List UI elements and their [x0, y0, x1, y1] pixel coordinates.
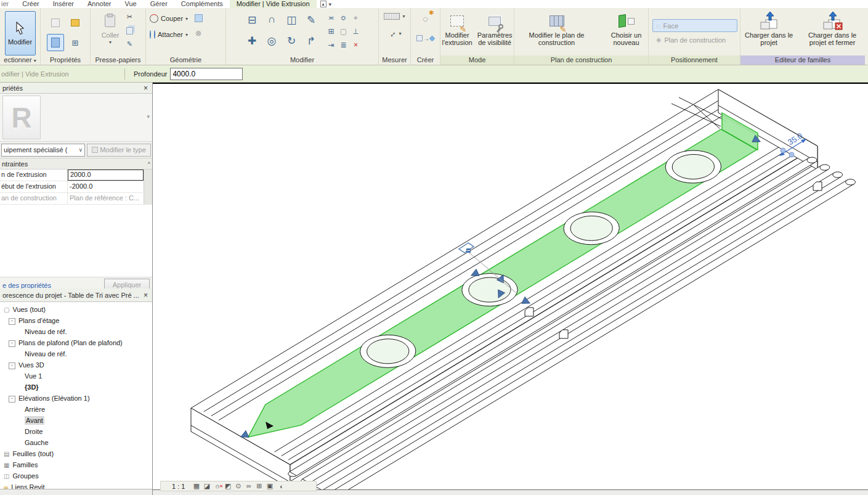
tree-expander-icon[interactable]: - — [9, 340, 15, 347]
tree-item[interactable]: Vue 1 — [0, 370, 152, 382]
project-browser-close-icon[interactable]: × — [142, 292, 150, 299]
tree-item[interactable]: -Plans d'étage — [0, 315, 152, 326]
tree-item[interactable]: Niveau de réf. — [0, 326, 152, 337]
tree-item-label[interactable]: Feuilles (tout) — [12, 450, 54, 457]
modifier-extrusion-button[interactable]: ✎ Modifier l'extrusion — [440, 10, 473, 55]
panel-label-plan-construction[interactable]: Plan de construction — [514, 55, 648, 65]
panel-label-geometrie[interactable]: Géométrie — [146, 55, 225, 65]
measure-ruler-button[interactable]: ▾ — [384, 10, 405, 22]
properties-close-icon[interactable]: × — [142, 84, 150, 92]
pin-icon[interactable]: ⊥ — [350, 25, 362, 38]
panel-label-positionnement[interactable]: Positionnement — [649, 55, 740, 65]
attacher-button[interactable]: Attacher ▾ — [150, 28, 188, 41]
dimension-grip[interactable] — [789, 152, 794, 157]
array-icon[interactable]: ⊞ — [325, 25, 337, 38]
section-collapse-icon[interactable]: ^ — [148, 161, 150, 167]
scroll-left-arrow[interactable]: ‹ — [280, 483, 282, 490]
tree-item[interactable]: -Plans de plafond (Plan de plafond) — [0, 337, 152, 348]
properties-palette-header[interactable]: priétés × — [0, 83, 152, 94]
mirror-axis-icon[interactable]: ≍ — [325, 11, 337, 24]
sun-path-icon[interactable]: ☼× — [212, 482, 222, 490]
trim-corner-icon[interactable]: ⇥ — [325, 38, 337, 51]
decal-box-icon[interactable] — [192, 12, 205, 24]
tree-item-label[interactable]: Gauche — [25, 439, 49, 446]
tree-item-label[interactable]: Elévations (Elévation 1) — [18, 395, 90, 402]
tab-modifier-vide-extrusion[interactable]: Modifier | Vide Extrusion — [230, 0, 317, 8]
tab-annoter[interactable]: Annoter — [81, 0, 118, 8]
lock-3d-view-icon[interactable]: ⊙ — [233, 482, 243, 490]
panel-label-creer[interactable]: Créer — [411, 55, 440, 65]
tree-item-label[interactable]: Avant — [25, 416, 44, 425]
tree-item-label[interactable]: Niveau de réf. — [25, 328, 67, 335]
panel-label-modifier[interactable]: Modifier — [226, 55, 378, 65]
copy-to-clipboard-icon[interactable] — [123, 25, 136, 36]
family-folder-icon[interactable] — [67, 14, 84, 31]
scale-control[interactable]: 1 : 1 — [172, 483, 185, 490]
property-value-input[interactable]: 2000.0 — [68, 170, 144, 181]
tree-item[interactable]: ▦Familles — [0, 459, 152, 470]
multi-trim-icon[interactable]: ≣ — [338, 38, 349, 51]
property-row-button[interactable] — [144, 193, 152, 204]
properties-help-link[interactable]: e des propriétés — [2, 282, 51, 289]
copy-icon[interactable]: ◎ — [262, 31, 281, 51]
tab-creer[interactable]: Créer — [15, 0, 46, 8]
project-browser-header[interactable]: orescence du projet - Table de Tri avec … — [0, 288, 152, 302]
tree-item-label[interactable]: Vue 1 — [25, 372, 42, 380]
charger-et-fermer-button[interactable]: Charger dans le projet et fermer — [801, 10, 864, 55]
tab-inserer[interactable]: Insérer — [46, 0, 81, 8]
tree-item[interactable]: ∞Liens Revit — [0, 481, 152, 489]
unjoin-icon[interactable]: ⊗ — [192, 27, 205, 39]
tree-item[interactable]: ◫Groupes — [0, 470, 152, 481]
rotate-icon[interactable]: ↻ — [282, 31, 301, 51]
drawing-area[interactable]: 35.0 1 : 1 ▦◪☼×◩⊙∞⊞▣ ‹ — [153, 83, 868, 495]
split-element-icon[interactable]: ✎ — [302, 10, 320, 30]
tree-item[interactable]: -Vues 3D — [0, 359, 152, 370]
property-row-button[interactable] — [144, 181, 152, 192]
family-types-icon[interactable] — [47, 14, 64, 31]
create-group-icon[interactable]: ◌✱ — [416, 10, 436, 27]
tree-item-label[interactable]: Plans de plafond (Plan de plafond) — [18, 339, 123, 346]
mirror-pick-icon[interactable]: ≎ — [338, 11, 349, 24]
tree-item[interactable]: -Elévations (Elévation 1) — [0, 393, 152, 404]
trim-extend-icon[interactable]: ◫ — [282, 10, 301, 30]
tree-item[interactable]: Avant — [0, 415, 152, 426]
crop-region-icon[interactable]: ⊞ — [254, 482, 264, 490]
match-properties-icon[interactable]: ✎ — [123, 38, 136, 50]
measure-between-refs-button[interactable]: ↔▾ — [387, 27, 401, 39]
property-value-input[interactable]: -2000.0 — [68, 181, 144, 192]
panel-label-proprietes[interactable]: Propriétés — [41, 55, 90, 65]
family-category-icon[interactable]: ⊞ — [67, 34, 84, 51]
tree-item-label[interactable]: Plans d'étage — [18, 317, 59, 324]
offset-icon[interactable]: ↱ — [302, 31, 320, 51]
choisir-un-nouveau-button[interactable]: Choisir un nouveau — [606, 10, 647, 55]
align-icon[interactable]: ⊟ — [243, 10, 261, 30]
type-preview-caret-icon[interactable]: ▾ — [147, 113, 150, 120]
tab-fichier-partial[interactable]: ier — [0, 0, 15, 8]
detail-level-icon[interactable]: ▦ — [191, 482, 201, 490]
tree-item[interactable]: Niveau de réf. — [0, 348, 152, 359]
reveal-hidden-elements-icon[interactable]: ▣ — [264, 482, 275, 490]
tree-expander-icon[interactable]: - — [9, 362, 15, 369]
panel-label-selectionner[interactable]: ectionner ▾ — [0, 55, 40, 65]
tree-item-label[interactable]: Vues (tout) — [12, 306, 45, 313]
browser-scrollbar[interactable] — [0, 489, 152, 495]
tab-complements[interactable]: Compléments — [174, 0, 230, 8]
modify-type-button[interactable]: Modifier le type — [87, 144, 151, 157]
tab-gerer[interactable]: Gérer — [144, 0, 174, 8]
delete-icon[interactable]: × — [350, 38, 362, 51]
create-similar-icon[interactable]: → — [416, 30, 436, 47]
parametres-visibilite-button[interactable]: Paramètres de visibilité — [476, 10, 514, 55]
tree-item-label[interactable]: Niveau de réf. — [25, 350, 67, 358]
tree-item-label[interactable]: Familles — [12, 461, 38, 468]
visual-style-icon[interactable]: ◪ — [201, 482, 212, 490]
fillet-icon[interactable]: ∩ — [262, 10, 281, 30]
tree-item[interactable]: ▤Feuilles (tout) — [0, 448, 152, 459]
tree-item[interactable]: Gauche — [0, 437, 152, 448]
property-row-button[interactable] — [144, 170, 152, 181]
tree-expander-icon[interactable]: - — [9, 318, 15, 325]
tab-vue[interactable]: Vue — [118, 0, 144, 8]
shadows-icon[interactable]: ◩ — [222, 482, 233, 490]
tree-item-label[interactable]: Vues 3D — [18, 361, 44, 369]
coller-button[interactable]: Coller ▾ — [100, 10, 121, 55]
panel-label-mode[interactable]: Mode — [440, 55, 514, 65]
